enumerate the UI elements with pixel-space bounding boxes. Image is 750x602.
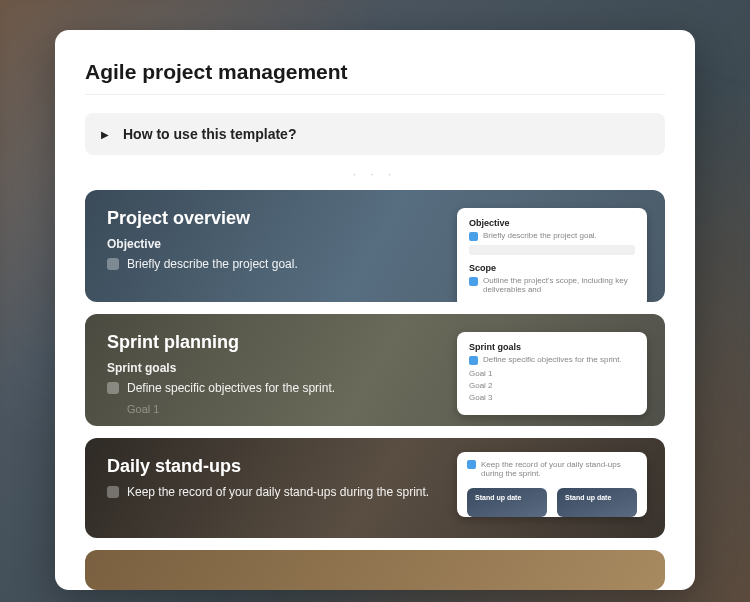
card-row-text: Define specific objectives for the sprin… <box>127 381 335 395</box>
preview-line: Briefly describe the project goal. <box>469 231 635 241</box>
divider-dots: · · · <box>85 169 665 180</box>
card-row-text: Keep the record of your daily stand-ups … <box>127 485 429 499</box>
preview-line: Keep the record of your daily stand-ups … <box>467 460 637 478</box>
preview-text: Keep the record of your daily stand-ups … <box>481 460 637 478</box>
preview-text: Define specific objectives for the sprin… <box>483 355 622 364</box>
card-preview: Objective Briefly describe the project g… <box>457 208 647 302</box>
thumb-row: Stand up date Stand up date <box>467 488 637 517</box>
info-icon <box>469 232 478 241</box>
preview-title: Sprint goals <box>469 342 635 352</box>
checkbox-icon[interactable] <box>107 258 119 270</box>
howto-label: How to use this template? <box>123 126 296 142</box>
caret-right-icon: ▶ <box>101 129 109 140</box>
card-preview: Keep the record of your daily stand-ups … <box>457 452 647 517</box>
checkbox-icon[interactable] <box>107 486 119 498</box>
preview-goal: Goal 1 <box>469 369 635 378</box>
info-icon <box>469 356 478 365</box>
preview-text: Outline the project's scope, including k… <box>483 276 635 294</box>
card-daily-standups[interactable]: Daily stand-ups Keep the record of your … <box>85 438 665 538</box>
card-cutoff[interactable] <box>85 550 665 590</box>
preview-line: Outline the project's scope, including k… <box>469 276 635 294</box>
card-sprint-planning[interactable]: Sprint planning Sprint goals Define spec… <box>85 314 665 426</box>
card-project-overview[interactable]: Project overview Objective Briefly descr… <box>85 190 665 302</box>
backdrop: Agile project management ▶ How to use th… <box>0 0 750 602</box>
preview-goal: Goal 3 <box>469 393 635 402</box>
preview-title: Scope <box>469 263 635 273</box>
card-row-text: Briefly describe the project goal. <box>127 257 298 271</box>
card-list: Project overview Objective Briefly descr… <box>85 190 665 590</box>
standup-thumb: Stand up date <box>467 488 547 517</box>
preview-goal: Goal 2 <box>469 381 635 390</box>
standup-thumb: Stand up date <box>557 488 637 517</box>
page-title: Agile project management <box>85 60 665 95</box>
document-page: Agile project management ▶ How to use th… <box>55 30 695 590</box>
info-icon <box>467 460 476 469</box>
checkbox-icon[interactable] <box>107 382 119 394</box>
info-icon <box>469 277 478 286</box>
preview-line: Define specific objectives for the sprin… <box>469 355 635 365</box>
preview-title: Objective <box>469 218 635 228</box>
howto-toggle[interactable]: ▶ How to use this template? <box>85 113 665 155</box>
placeholder-bar <box>469 245 635 255</box>
card-preview: Sprint goals Define specific objectives … <box>457 332 647 415</box>
preview-text: Briefly describe the project goal. <box>483 231 597 240</box>
